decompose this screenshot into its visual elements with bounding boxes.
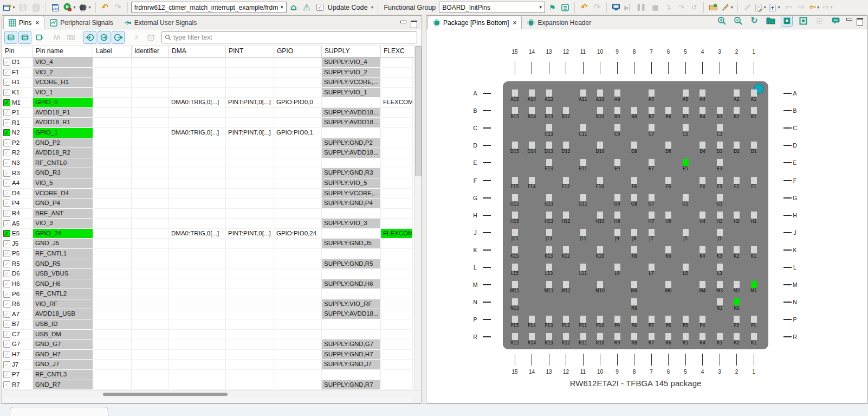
package-pin[interactable] [597,212,603,219]
package-pin[interactable] [717,298,723,305]
flexcomm-cell[interactable] [381,370,413,380]
supply-cell[interactable] [322,249,381,259]
package-pin[interactable] [546,333,552,340]
label-cell[interactable] [93,138,132,149]
package-pin[interactable] [512,212,518,219]
identifier-cell[interactable] [132,148,169,158]
package-pin[interactable] [631,333,637,340]
table-row[interactable]: ✓R6VIO_RFSUPPLY:VIO_RF [2,299,415,310]
label-cell[interactable] [93,199,132,209]
checkbox-unchecked-icon[interactable]: ✓ [3,69,10,76]
pint-cell[interactable] [226,239,274,249]
supply-cell[interactable]: SUPPLY:GND,J7 [322,360,381,370]
package-pin[interactable] [597,89,603,97]
package-pin[interactable] [717,246,723,253]
flexcomm-cell[interactable] [381,108,413,118]
package-pin[interactable] [717,212,723,219]
identifier-cell[interactable] [132,57,169,68]
package-pin[interactable] [597,142,603,149]
dma-cell[interactable] [169,108,226,118]
partial-bottom-tab[interactable] [10,407,108,416]
flexcomm-cell[interactable] [381,289,413,299]
table-row[interactable]: ✓R2AVDD18_R2SUPPLY:AVDD18... [2,148,415,158]
pint-cell[interactable] [226,168,274,178]
identifier-cell[interactable] [132,128,169,138]
checkbox-unchecked-icon[interactable]: ✓ [3,59,10,66]
supply-cell[interactable]: SUPPLY:AVDD18... [322,309,381,319]
supply-cell[interactable] [322,289,381,299]
package-pin[interactable] [699,281,705,288]
table-row[interactable]: ✓A4VIO_5SUPPLY:VIO_5 [2,178,415,189]
identifier-cell[interactable] [132,68,169,78]
update-code-run-button[interactable]: ▼ [62,2,77,14]
dma-cell[interactable]: DMA0:TRIG,0[...] [169,98,226,108]
identifier-cell[interactable] [132,330,169,340]
identifier-cell[interactable] [132,350,169,360]
table-row[interactable]: ✓E5GPIO_24DMA0:TRIG,0[...]PINT:PINT,0[..… [2,229,415,239]
package-pin[interactable] [665,333,671,340]
label-cell[interactable] [93,219,132,229]
identifier-cell[interactable] [132,108,169,118]
checkbox-unchecked-icon[interactable]: ✓ [3,190,10,197]
pint-cell[interactable] [226,68,274,78]
dma-cell[interactable] [169,158,226,169]
flexcomm-cell[interactable] [381,199,413,209]
checkbox-unchecked-icon[interactable]: ✓ [3,381,10,388]
supply-cell[interactable]: SUPPLY:GND,R3 [322,168,381,178]
package-pin[interactable] [597,107,603,114]
dma-cell[interactable] [169,199,226,209]
gpio-cell[interactable]: GPIO:PIO0,24 [274,229,322,239]
new-wizard-button[interactable]: ★ ▼ [2,2,16,14]
package-pin[interactable] [512,142,518,149]
checkbox-unchecked-icon[interactable]: ✓ [3,220,10,227]
binary-file-button[interactable]: 010 [49,2,61,14]
dma-cell[interactable] [169,259,226,270]
supply-cell[interactable]: SUPPLY:VIO_2 [322,68,381,78]
package-pin[interactable] [683,264,689,271]
dma-cell[interactable] [169,209,226,219]
supply-cell[interactable]: SUPPLY:VCORE,... [322,189,381,199]
supply-cell[interactable]: SUPPLY:VIO_1 [322,88,381,98]
label-cell[interactable] [93,249,132,259]
gpio-cell[interactable] [274,138,322,149]
table-row[interactable]: ✓R4BRF_ANT [2,209,415,219]
package-pin[interactable] [751,177,757,184]
pint-cell[interactable] [226,178,274,189]
forward-button[interactable]: ⇨ ▼ [822,2,834,14]
identifier-cell[interactable] [132,168,169,178]
package-pin[interactable] [683,194,689,201]
chip-config-button[interactable] [813,15,825,27]
gpio-cell[interactable] [274,158,322,169]
minimize-button[interactable] [846,18,852,24]
package-pin[interactable] [649,124,655,131]
package-pin[interactable] [563,281,569,288]
identifier-cell[interactable] [132,219,169,229]
save-all-button[interactable] [30,2,42,14]
table-row[interactable]: ✓J5GND_J5SUPPLY:GND,J5 [2,239,415,249]
checkbox-unchecked-icon[interactable]: ✓ [3,159,10,167]
package-pin[interactable] [597,177,603,184]
zoom-out-button[interactable] [732,15,744,27]
package-pin[interactable] [614,264,620,271]
dma-cell[interactable] [169,148,226,158]
column-header-gpio[interactable]: GPIO [274,46,322,57]
minimize-button[interactable] [400,21,406,27]
package-pin[interactable] [631,142,637,149]
flexcomm-cell[interactable] [381,158,413,169]
package-pin[interactable] [546,212,552,219]
pint-cell[interactable] [226,199,274,209]
package-bottom-view-button[interactable] [781,15,793,27]
table-row[interactable]: ✓M1GPIO_0DMA0:TRIG,0[...]PINT:PINT,0[...… [2,98,415,108]
column-header-supply[interactable]: SUPPLY [322,46,381,57]
package-pin[interactable] [546,264,552,271]
table-row[interactable]: ✓P5RF_CNTL1 [2,249,415,259]
gpio-cell[interactable] [274,108,322,118]
gpio-cell[interactable]: GPIO:PIO0,1 [274,128,322,138]
package-pin[interactable] [631,281,637,288]
dma-cell[interactable] [169,138,226,149]
gpio-cell[interactable] [274,118,322,128]
table-row[interactable]: ✓K1VIO_1SUPPLY:VIO_1 [2,88,415,98]
supply-cell[interactable]: SUPPLY:GND,R7 [322,380,381,391]
flash-tool-button[interactable]: ▼ [78,2,92,14]
flexcomm-cell[interactable] [381,118,413,128]
